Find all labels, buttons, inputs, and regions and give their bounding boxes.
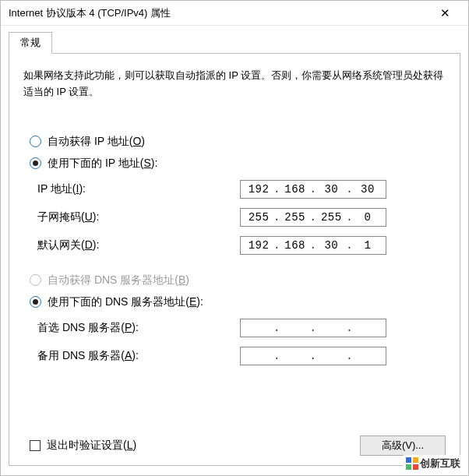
alternate-dns-input[interactable]: . . . bbox=[240, 347, 386, 365]
tabstrip: 常规 bbox=[9, 32, 460, 54]
radio-icon bbox=[30, 296, 41, 308]
advanced-button[interactable]: 高级(V)... bbox=[360, 435, 446, 456]
client-area: 常规 如果网络支持此功能，则可以获取自动指派的 IP 设置。否则，你需要从网络系… bbox=[1, 26, 468, 476]
primary-dns-input[interactable]: . . . bbox=[240, 319, 386, 337]
dialog-window: Internet 协议版本 4 (TCP/IPv4) 属性 ✕ 常规 如果网络支… bbox=[0, 0, 469, 476]
tab-general-label: 常规 bbox=[20, 37, 41, 48]
radio-ip-auto-label: 自动获得 IP 地址(O) bbox=[48, 135, 145, 149]
field-ip-address: IP 地址(I): 192. 168. 30. 30 bbox=[37, 180, 446, 199]
radio-icon bbox=[30, 157, 41, 169]
ip-address-input[interactable]: 192. 168. 30. 30 bbox=[240, 180, 386, 199]
default-gateway-input[interactable]: 192. 168. 30. 1 bbox=[240, 236, 386, 255]
checkbox-icon bbox=[30, 440, 41, 451]
primary-dns-label: 首选 DNS 服务器(P): bbox=[37, 321, 240, 335]
radio-ip-manual-label: 使用下面的 IP 地址(S): bbox=[48, 157, 157, 171]
radio-icon bbox=[30, 136, 41, 147]
tab-general[interactable]: 常规 bbox=[9, 32, 52, 54]
subnet-mask-input[interactable]: 255. 255. 255. 0 bbox=[240, 208, 386, 227]
description-text: 如果网络支持此功能，则可以获取自动指派的 IP 设置。否则，你需要从网络系统管理… bbox=[23, 68, 446, 100]
advanced-button-label: 高级(V)... bbox=[382, 439, 424, 453]
watermark-logo-icon bbox=[406, 457, 418, 470]
window-title: Internet 协议版本 4 (TCP/IPv4) 属性 bbox=[9, 6, 429, 20]
tab-panel: 如果网络支持此功能，则可以获取自动指派的 IP 设置。否则，你需要从网络系统管理… bbox=[9, 53, 460, 466]
field-alternate-dns: 备用 DNS 服务器(A): . . . bbox=[37, 347, 446, 365]
validate-checkbox-row[interactable]: 退出时验证设置(L) bbox=[30, 439, 136, 453]
radio-ip-manual[interactable]: 使用下面的 IP 地址(S): bbox=[30, 157, 446, 171]
subnet-mask-label: 子网掩码(U): bbox=[37, 210, 240, 224]
field-primary-dns: 首选 DNS 服务器(P): . . . bbox=[37, 319, 446, 337]
default-gateway-label: 默认网关(D): bbox=[37, 238, 240, 252]
alternate-dns-label: 备用 DNS 服务器(A): bbox=[37, 349, 240, 363]
radio-dns-auto: 自动获得 DNS 服务器地址(B) bbox=[30, 273, 446, 287]
dns-fields: 首选 DNS 服务器(P): . . . 备用 DNS 服务器(A): . bbox=[37, 319, 446, 365]
watermark: 创新互联 bbox=[403, 455, 464, 472]
radio-dns-auto-label: 自动获得 DNS 服务器地址(B) bbox=[48, 273, 189, 287]
close-icon: ✕ bbox=[440, 6, 450, 20]
validate-label: 退出时验证设置(L) bbox=[47, 439, 136, 453]
field-default-gateway: 默认网关(D): 192. 168. 30. 1 bbox=[37, 236, 446, 255]
close-button[interactable]: ✕ bbox=[429, 2, 460, 24]
ip-address-label: IP 地址(I): bbox=[37, 182, 240, 196]
field-subnet-mask: 子网掩码(U): 255. 255. 255. 0 bbox=[37, 208, 446, 227]
titlebar[interactable]: Internet 协议版本 4 (TCP/IPv4) 属性 ✕ bbox=[1, 1, 468, 26]
bottom-row: 退出时验证设置(L) 高级(V)... bbox=[23, 435, 446, 456]
radio-ip-auto[interactable]: 自动获得 IP 地址(O) bbox=[30, 135, 446, 149]
radio-dns-manual-label: 使用下面的 DNS 服务器地址(E): bbox=[48, 295, 203, 309]
radio-icon bbox=[30, 274, 41, 286]
watermark-text: 创新互联 bbox=[420, 457, 460, 471]
radio-dns-manual[interactable]: 使用下面的 DNS 服务器地址(E): bbox=[30, 295, 446, 309]
ip-fields: IP 地址(I): 192. 168. 30. 30 子网掩码(U): 255. bbox=[37, 180, 446, 255]
